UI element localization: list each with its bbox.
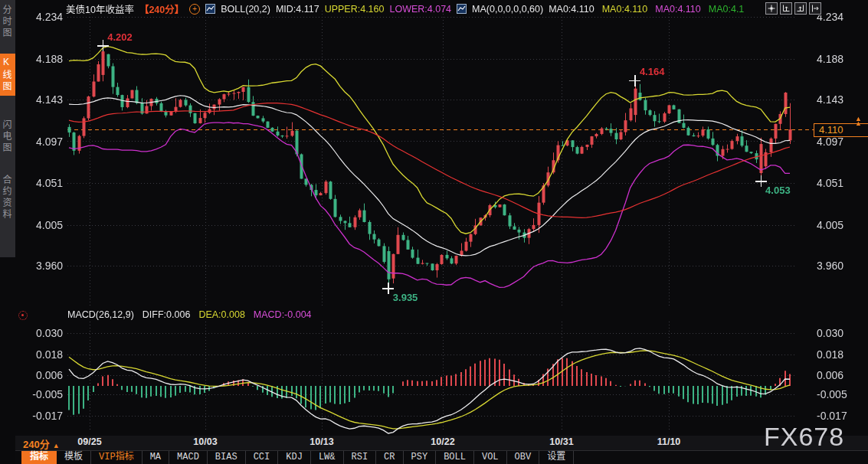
sidebar: 分时图K线图闪电图合约资料 — [0, 0, 15, 436]
period-label[interactable]: 【240分】 — [139, 2, 184, 16]
indicator-chart-icon[interactable] — [457, 4, 467, 14]
y-tick-macd-left: -0.017 — [20, 410, 63, 422]
price-annotation: 3.935 — [393, 292, 418, 303]
x-date-label: 10/22 — [420, 436, 466, 447]
y-tick-main-right: 4.188 — [817, 53, 843, 65]
toolbar-tab-VIP指标[interactable]: VIP指标 — [91, 451, 142, 464]
ma-values: MA0:4.110MA0:4.110MA0:4.110MA0:4.1 — [549, 4, 744, 15]
axis-zoom-right-icon[interactable] — [794, 2, 807, 15]
toolbar-tab-VOL[interactable]: VOL — [474, 451, 507, 464]
macd-dea-value: DEA:0.008 — [198, 309, 244, 320]
toolbar-tab-KDJ[interactable]: KDJ — [278, 451, 311, 464]
y-tick-macd-right: 0.030 — [817, 327, 843, 339]
y-tick-macd-right: 0.006 — [817, 369, 843, 381]
chart-canvas[interactable] — [0, 0, 868, 464]
sidebar-item-4[interactable]: 合约资料 — [0, 172, 15, 224]
expand-icon[interactable]: + — [189, 4, 200, 15]
bottom-toolbar: 指标模板VIP指标MAMACDBIASCCIKDJLW&RSICRPSYBOLL… — [15, 450, 868, 464]
x-date-label: 10/13 — [299, 436, 345, 447]
axis-zoom-left-icon[interactable] — [780, 2, 792, 15]
toolbar-tab-CCI[interactable]: CCI — [246, 451, 279, 464]
sidebar-item-1[interactable]: 分时图 — [0, 2, 15, 42]
toolbar-tab-OBV[interactable]: OBV — [507, 451, 540, 464]
price-annotation: 4.053 — [765, 185, 791, 196]
y-tick-macd-right: -0.005 — [817, 388, 847, 400]
sidebar-item-3[interactable]: 闪电图 — [0, 116, 15, 157]
y-tick-main-right: 4.005 — [817, 219, 843, 231]
arrow-up-icon: ▲ — [53, 442, 60, 449]
macd-alert-icon[interactable] — [18, 311, 28, 320]
y-tick-main-left: 4.143 — [20, 93, 63, 106]
y-tick-main-left: 4.188 — [20, 53, 63, 65]
macd-diff-value: DIFF:0.006 — [142, 309, 191, 320]
toolbar-tab-BIAS[interactable]: BIAS — [208, 451, 246, 464]
chart-header: 美债10年收益率 【240分】 + BOLL(20,2) MID:4.117 U… — [66, 2, 744, 15]
toolbar-tab-MA[interactable]: MA — [142, 451, 169, 464]
x-date-label: 10/03 — [182, 436, 228, 447]
price-annotation: 4.202 — [107, 31, 133, 43]
sidebar-item-2[interactable]: K线图 — [0, 54, 15, 96]
pan-right-icon[interactable] — [809, 2, 821, 15]
macd-macd-value: MACD:-0.004 — [254, 309, 312, 320]
crosshair-icon[interactable] — [765, 2, 778, 15]
toolbar-tab-BOLL[interactable]: BOLL — [436, 451, 474, 464]
y-tick-macd-left: 0.018 — [20, 348, 63, 361]
y-tick-macd-left: 0.030 — [20, 327, 63, 339]
y-tick-main-right: 4.143 — [817, 93, 843, 106]
boll-label: BOLL(20,2) — [221, 4, 270, 15]
price-annotation: 4.164 — [640, 66, 665, 77]
xaxis-row: 240分▲ 09/2510/0310/1310/2210/3111/10 — [15, 436, 868, 450]
toolbar-tab-LW&[interactable]: LW& — [311, 451, 344, 464]
y-tick-main-left: 4.005 — [20, 219, 63, 231]
y-tick-main-right: 3.960 — [817, 260, 843, 272]
y-tick-macd-left: 0.006 — [20, 369, 63, 381]
toolbar-tab-PSY[interactable]: PSY — [404, 451, 437, 464]
boll-mid-value: MID:4.117 — [276, 4, 319, 15]
last-price-value: 4.110 — [819, 124, 843, 136]
period-selector[interactable]: 240分▲ — [23, 436, 60, 451]
toolbar-tab-模板[interactable]: 模板 — [57, 451, 91, 464]
indicator-chart-icon[interactable] — [205, 4, 215, 14]
y-tick-main-left: 4.051 — [20, 177, 63, 189]
toolbar-tab-CR[interactable]: CR — [376, 451, 403, 464]
toolbar-tab-MACD[interactable]: MACD — [169, 451, 208, 464]
boll-upper-value: UPPER:4.160 — [325, 4, 385, 15]
ma-value-2: MA0:4.110 — [602, 4, 648, 15]
y-tick-macd-right: -0.017 — [817, 410, 847, 422]
boll-lower-value: LOWER:4.074 — [389, 4, 451, 15]
toolbar-tab-指标[interactable]: 指标 — [21, 451, 57, 464]
y-tick-main-right: 4.051 — [817, 177, 843, 189]
macd-label: MACD(26,12,9) — [67, 309, 134, 320]
toolbar-tab-设置[interactable]: 设置 — [539, 451, 574, 464]
watermark: FX678 — [764, 422, 844, 452]
price-marker-icon: ▲▲ — [855, 117, 862, 126]
ma-label: MA(0,0,0,0,0,60) — [472, 4, 543, 15]
ma-value-3: MA0:4.110 — [655, 4, 701, 15]
y-tick-macd-left: -0.005 — [20, 388, 63, 400]
y-tick-main-left: 4.234 — [20, 11, 63, 23]
header-toolbar — [764, 2, 823, 15]
macd-header: MACD(26,12,9) DIFF:0.006 DEA:0.008 MACD:… — [67, 309, 312, 320]
ma-value-4: MA0:4.1 — [709, 4, 745, 15]
toolbar-tab-RSI[interactable]: RSI — [344, 451, 377, 464]
x-date-label: 10/31 — [539, 436, 585, 447]
x-date-label: 09/25 — [67, 436, 113, 447]
y-tick-main-left: 3.960 — [20, 260, 63, 272]
y-tick-macd-right: 0.018 — [817, 348, 843, 361]
ma-value-1: MA0:4.110 — [549, 4, 594, 15]
x-date-label: 11/10 — [646, 436, 692, 447]
symbol-title: 美债10年收益率 — [66, 2, 134, 16]
y-tick-main-left: 4.097 — [20, 136, 63, 148]
